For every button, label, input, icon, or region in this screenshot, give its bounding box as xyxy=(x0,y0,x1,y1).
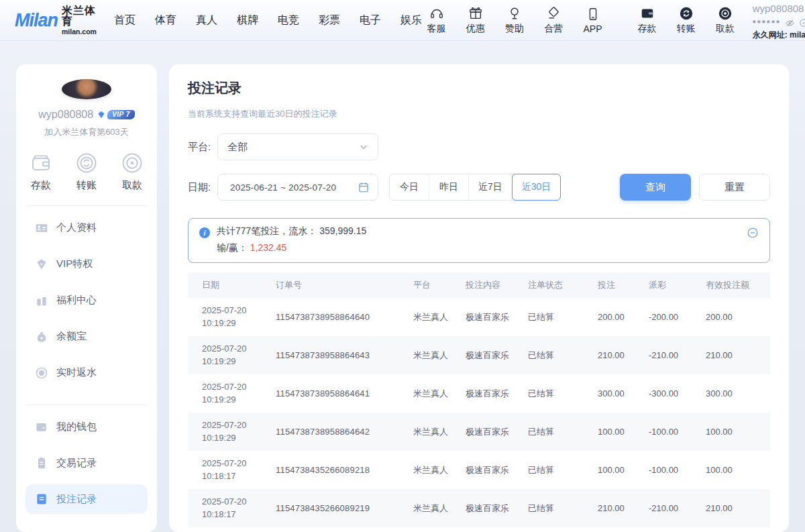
cell-bet-content: 极速百家乐 xyxy=(466,350,528,362)
quick-action-withdraw[interactable]: 取款 xyxy=(121,152,144,192)
cell-status: 已结算 xyxy=(528,311,598,323)
sidebar-item-yuebao[interactable]: 余额宝 xyxy=(25,322,148,352)
service-label: 赞助 xyxy=(505,23,524,35)
quick-action-deposit[interactable]: 存款 xyxy=(30,152,52,192)
wallet-transfer[interactable]: 转账 xyxy=(672,6,700,35)
top-bar: Milan 米兰体育 milan.com 首页 体育 真人 棋牌 电竞 彩票 电… xyxy=(0,0,805,40)
cell-valid-amount: 210.00 xyxy=(706,350,756,360)
preset-last7days[interactable]: 近7日 xyxy=(469,174,513,200)
platform-selected-value: 全部 xyxy=(227,141,359,154)
cell-payout: -200.00 xyxy=(649,312,706,322)
sidebar-item-transactions[interactable]: 交易记录 xyxy=(25,448,148,478)
sidebar-item-label: 交易记录 xyxy=(56,457,97,470)
nav-item-sports[interactable]: 体育 xyxy=(155,13,176,28)
sidebar-item-bet-records[interactable]: 投注记录 xyxy=(25,484,148,514)
cell-payout: -100.00 xyxy=(649,465,706,475)
quick-action-label: 转账 xyxy=(76,179,97,192)
nav-item-cards[interactable]: 棋牌 xyxy=(237,13,258,28)
service-customer[interactable]: 客服 xyxy=(422,6,451,35)
table-row: 2025-07-2010:19:29 1154738738958864642 米… xyxy=(188,413,770,451)
sidebar-item-welfare[interactable]: 福利中心 xyxy=(25,286,148,315)
clipboard-icon xyxy=(35,456,48,470)
wallet-label: 转账 xyxy=(677,23,696,35)
cell-bet-amount: 200.00 xyxy=(598,312,649,322)
site-logo[interactable]: Milan 米兰体育 milan.com xyxy=(15,5,97,36)
refresh-check-icon[interactable] xyxy=(799,18,805,28)
platform-filter-row: 平台: 全部 xyxy=(188,134,770,160)
sidebar-vip-badge: VIP 7 xyxy=(97,110,135,119)
nav-item-live[interactable]: 真人 xyxy=(196,13,217,28)
service-label: 合营 xyxy=(544,23,563,35)
service-label: 优惠 xyxy=(466,23,485,35)
calendar-icon xyxy=(358,181,370,193)
sidebar-item-label: 投注记录 xyxy=(56,493,97,506)
winloss-value: 1,232.45 xyxy=(250,242,287,253)
service-partner[interactable]: 合营 xyxy=(539,6,568,35)
cell-order-number: 1154738738958864641 xyxy=(276,388,413,398)
service-sponsor[interactable]: 赞助 xyxy=(500,6,529,35)
wallet-deposit[interactable]: 存款 xyxy=(633,6,661,35)
service-promo[interactable]: 优惠 xyxy=(461,6,490,35)
nav-item-lottery[interactable]: 彩票 xyxy=(319,13,340,28)
main-nav: 首页 体育 真人 棋牌 电竞 彩票 电子 娱乐 xyxy=(114,13,422,28)
cell-datetime: 2025-07-2010:19:29 xyxy=(202,381,276,407)
col-header-order: 订单号 xyxy=(276,279,413,291)
gift-icon xyxy=(468,6,483,21)
sidebar-joined-days: 加入米兰体育第603天 xyxy=(44,126,129,138)
cell-order-number: 1154738435266089219 xyxy=(276,503,413,513)
cell-bet-amount: 100.00 xyxy=(598,427,649,437)
date-label: 日期: xyxy=(188,181,217,194)
wallet-label: 存款 xyxy=(638,23,657,35)
cell-bet-content: 极速百家乐 xyxy=(466,464,528,476)
table-row: 2025-07-2010:19:29 1154738738958864641 米… xyxy=(188,374,770,413)
nav-item-entertainment[interactable]: 娱乐 xyxy=(400,13,422,28)
sidebar-avatar[interactable] xyxy=(62,79,111,99)
table-row: 2025-07-2010:19:29 1154738738958864640 米… xyxy=(188,298,770,336)
date-filter-row: 日期: 2025-06-21 ~ 2025-07-20 今日 昨日 近7日 近3… xyxy=(188,174,770,201)
sidebar-item-vip[interactable]: VIP特权 xyxy=(25,250,148,279)
preset-last30days[interactable]: 近30日 xyxy=(512,174,561,201)
col-header-date: 日期 xyxy=(202,279,276,291)
cell-bet-content: 极速百家乐 xyxy=(466,311,528,323)
sidebar-item-label: 我的钱包 xyxy=(56,421,97,433)
wallet-withdraw[interactable]: 取款 xyxy=(710,6,739,35)
reset-button[interactable]: 重置 xyxy=(699,174,770,201)
sidebar-quick-actions: 存款 转账 取款 xyxy=(30,152,144,192)
sidebar-item-profile[interactable]: 个人资料 xyxy=(25,213,148,243)
deposit-icon xyxy=(640,6,655,21)
collapse-summary-button[interactable] xyxy=(747,227,759,239)
masked-balance: ****** xyxy=(753,19,781,28)
date-range-input[interactable]: 2025-06-21 ~ 2025-07-20 xyxy=(217,174,378,201)
cell-payout: -210.00 xyxy=(649,503,706,513)
wallet-label: 取款 xyxy=(716,23,735,35)
quick-action-label: 取款 xyxy=(122,179,142,192)
cell-status: 已结算 xyxy=(528,350,598,362)
id-card-icon xyxy=(35,221,48,235)
nav-item-home[interactable]: 首页 xyxy=(114,13,136,28)
table-header-row: 日期 订单号 平台 投注内容 注单状态 投注 派彩 有效投注额 xyxy=(188,272,770,298)
user-name-row[interactable]: wyp080808 VIP 7 xyxy=(753,0,805,17)
cell-platform: 米兰真人 xyxy=(413,464,466,476)
nav-item-slots[interactable]: 电子 xyxy=(360,13,381,28)
platform-select[interactable]: 全部 xyxy=(217,134,378,160)
cell-platform: 米兰真人 xyxy=(413,502,466,515)
preset-yesterday[interactable]: 昨日 xyxy=(429,174,469,200)
col-header-content: 投注内容 xyxy=(466,279,528,291)
sidebar-item-rebate[interactable]: 实时返水 xyxy=(25,358,148,388)
search-button[interactable]: 查询 xyxy=(620,174,691,201)
cell-status: 已结算 xyxy=(528,426,598,438)
eye-off-icon[interactable] xyxy=(785,18,795,28)
moneybag-icon xyxy=(35,330,48,343)
cell-bet-content: 极速百家乐 xyxy=(466,502,528,515)
sidebar-item-my-wallet[interactable]: 我的钱包 xyxy=(25,412,148,441)
cell-order-number: 1154738738958864643 xyxy=(276,350,413,360)
preset-today[interactable]: 今日 xyxy=(390,174,429,200)
service-app[interactable]: APP xyxy=(578,7,607,34)
page-title: 投注记录 xyxy=(188,79,770,97)
withdraw-circle-icon xyxy=(121,152,144,174)
quick-action-transfer[interactable]: 转账 xyxy=(75,152,98,192)
cell-valid-amount: 300.00 xyxy=(706,388,756,398)
cell-order-number: 1154738435266089218 xyxy=(276,465,413,475)
cell-platform: 米兰真人 xyxy=(413,388,466,400)
nav-item-esports[interactable]: 电竞 xyxy=(278,13,299,28)
